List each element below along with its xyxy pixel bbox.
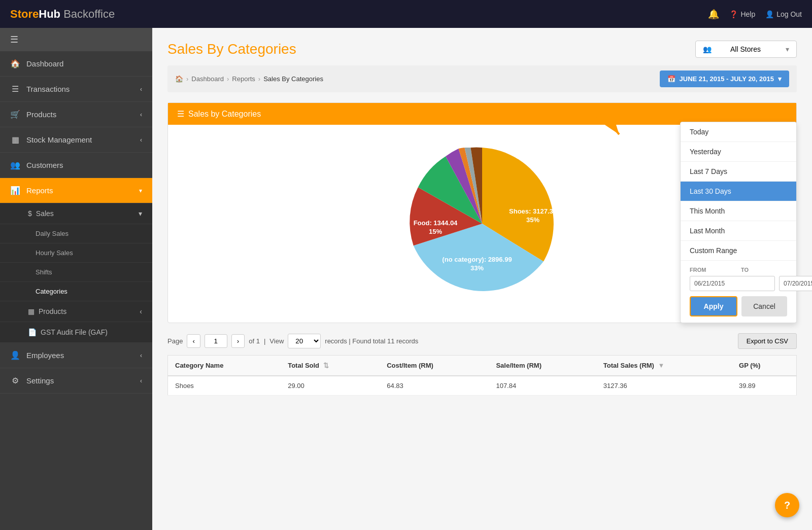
sidebar-item-label: Transactions [26, 85, 70, 93]
dropdown-custom[interactable]: Custom Range [681, 241, 796, 261]
logout-link[interactable]: 👤 Log Out [765, 10, 802, 18]
brand-hub: Hub [39, 8, 60, 20]
sidebar-item-categories[interactable]: Categories [0, 282, 152, 301]
sort-icon-down: ▼ [658, 362, 665, 369]
dropdown-lastmonth[interactable]: Last Month [681, 221, 796, 241]
topnav: StoreHub Backoffice 🔔 ❓ Help 👤 Log Out [0, 0, 812, 28]
col-total-sold[interactable]: Total Sold ⇅ [281, 356, 380, 376]
brand-store: Store [10, 8, 39, 20]
col-cost-item: Cost/Item (RM) [380, 356, 489, 376]
store-icon: 👥 [703, 45, 712, 53]
sidebar-item-label: Employees [26, 351, 64, 360]
pie-label-food: Food: 1344.04 [414, 219, 458, 227]
table-header-row: Category Name Total Sold ⇅ Cost/Item (RM… [168, 356, 797, 376]
sidebar-item-customers[interactable]: 👥 Customers [0, 153, 152, 178]
data-table: Category Name Total Sold ⇅ Cost/Item (RM… [167, 355, 797, 396]
store-selector[interactable]: 👥 All Stores ▾ [695, 41, 797, 58]
sidebar-item-products-report[interactable]: ▦ Products ‹ [0, 301, 152, 322]
prev-page-button[interactable]: ‹ [187, 334, 200, 348]
sidebar-item-hourly-sales[interactable]: Hourly Sales [0, 243, 152, 263]
view-select[interactable]: 20 50 100 [288, 334, 321, 348]
help-link[interactable]: ❓ Help [729, 10, 755, 18]
sidebar-item-products[interactable]: 🛒 Products ‹ [0, 102, 152, 127]
pagination-left: Page ‹ › of 1 | View 20 50 100 records |… [167, 334, 418, 348]
brand-backoffice: Backoffice [60, 8, 115, 20]
dropdown-last7[interactable]: Last 7 Days [681, 162, 796, 182]
from-label: FROM [690, 267, 736, 273]
sidebar-item-dashboard[interactable]: 🏠 Dashboard [0, 51, 152, 77]
transactions-icon: ☰ [10, 84, 20, 94]
apply-button[interactable]: Apply [690, 296, 737, 316]
chevron-icon: ‹ [140, 111, 142, 118]
cell-total-sales: 3127.36 [596, 376, 732, 396]
notification-icon[interactable]: 🔔 [708, 9, 719, 20]
breadcrumb-row: 🏠 › Dashboard › Reports › Sales By Categ… [167, 65, 797, 92]
sidebar-item-transactions[interactable]: ☰ Transactions ‹ [0, 77, 152, 102]
breadcrumb-sep: › [258, 75, 260, 83]
main-content: Sales By Categories 👥 All Stores ▾ 🏠 › D… [152, 28, 812, 530]
sidebar: ☰ 🏠 Dashboard ☰ Transactions ‹ 🛒 Product… [0, 28, 152, 530]
table-head: Category Name Total Sold ⇅ Cost/Item (RM… [168, 356, 797, 376]
pagination-row: Page ‹ › of 1 | View 20 50 100 records |… [167, 333, 797, 349]
employees-icon: 👤 [10, 350, 20, 360]
next-page-button[interactable]: › [231, 334, 245, 348]
dropdown-yesterday[interactable]: Yesterday [681, 142, 796, 162]
chevron-down-icon: ▾ [139, 209, 142, 218]
dropdown-today[interactable]: Today [681, 122, 796, 142]
doc-icon: 📄 [28, 328, 37, 336]
col-gp: GP (%) [732, 356, 796, 376]
cell-gp: 39.89 [732, 376, 796, 396]
reports-icon: 📊 [10, 186, 20, 195]
logout-label: Log Out [776, 10, 802, 18]
dollar-icon: $ [28, 209, 32, 218]
col-total-sales[interactable]: Total Sales (RM) ▼ [596, 356, 732, 376]
sidebar-item-label: Settings [26, 376, 54, 385]
breadcrumb-reports[interactable]: Reports [232, 75, 255, 83]
hamburger-icon: ☰ [10, 34, 18, 45]
breadcrumb-dashboard[interactable]: Dashboard [191, 75, 224, 83]
cell-total-sold: 29.00 [281, 376, 380, 396]
page-title: Sales By Categories [167, 41, 296, 57]
topnav-actions: 🔔 ❓ Help 👤 Log Out [708, 9, 802, 20]
chart-header-icon: ☰ [177, 109, 184, 119]
chevron-down-icon: ▾ [139, 187, 142, 194]
sidebar-item-settings[interactable]: ⚙ Settings ‹ [0, 368, 152, 394]
home-breadcrumb-icon: 🏠 [175, 75, 183, 83]
products-report-label: Products [39, 307, 66, 315]
sidebar-item-label: Customers [26, 161, 63, 169]
sidebar-item-employees[interactable]: 👤 Employees ‹ [0, 343, 152, 368]
sort-icon: ⇅ [323, 362, 329, 369]
cell-sale-item: 107.84 [489, 376, 596, 396]
breadcrumb: 🏠 › Dashboard › Reports › Sales By Categ… [175, 75, 323, 83]
pie-label-nocategory: (no category): 2896.99 [442, 256, 512, 263]
sidebar-item-shifts[interactable]: Shifts [0, 263, 152, 282]
page-number-input[interactable] [205, 334, 227, 348]
cancel-button[interactable]: Cancel [741, 296, 787, 316]
sidebar-item-stock[interactable]: ▦ Stock Management ‹ [0, 127, 152, 153]
chevron-down-icon: ▾ [778, 75, 782, 83]
home-icon: 🏠 [10, 59, 20, 68]
dropdown-last30[interactable]: Last 30 Days [681, 182, 796, 201]
dropdown-thismonth[interactable]: This Month [681, 201, 796, 221]
sidebar-item-label: Dashboard [26, 59, 63, 68]
date-range-button[interactable]: 📅 JUNE 21, 2015 - JULY 20, 2015 ▾ [660, 70, 789, 87]
breadcrumb-sep: › [186, 75, 188, 83]
export-csv-button[interactable]: Export to CSV [738, 333, 797, 349]
calendar-icon: 📅 [667, 75, 675, 83]
sidebar-item-reports[interactable]: 📊 Reports ▾ [0, 178, 152, 203]
sidebar-item-gst[interactable]: 📄 GST Audit File (GAF) [0, 322, 152, 343]
sidebar-toggle[interactable]: ☰ [0, 28, 152, 51]
help-bubble-button[interactable]: ? [775, 493, 799, 517]
chevron-down-icon: ▾ [786, 45, 789, 53]
sidebar-item-label: Products [26, 110, 56, 119]
pie-label-food-pct: 15% [429, 228, 442, 235]
page-label: Page [167, 337, 183, 345]
sidebar-item-daily-sales[interactable]: Daily Sales [0, 224, 152, 243]
sidebar-item-label: Stock Management [26, 135, 92, 144]
from-date-input[interactable] [690, 276, 775, 291]
to-date-input[interactable] [779, 276, 812, 291]
logout-icon: 👤 [765, 10, 774, 18]
sidebar-item-sales[interactable]: $ Sales ▾ [0, 203, 152, 224]
gst-label: GST Audit File (GAF) [41, 328, 108, 336]
col-category: Category Name [168, 356, 281, 376]
